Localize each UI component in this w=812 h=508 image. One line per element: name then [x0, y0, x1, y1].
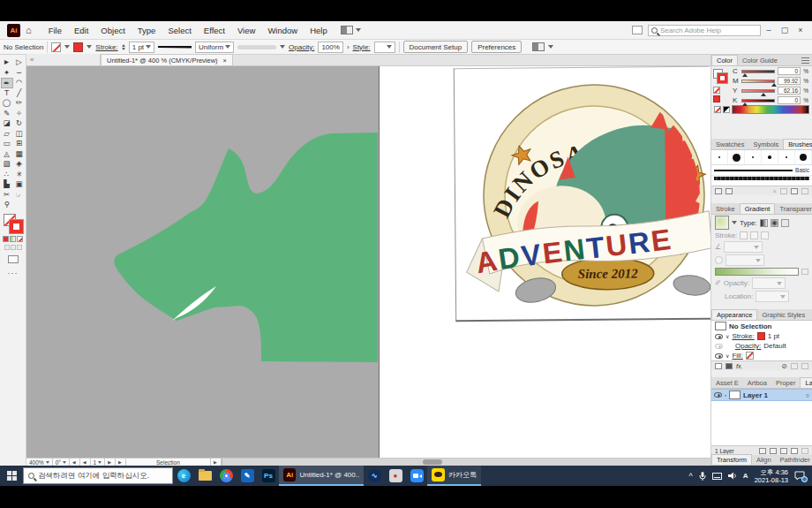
brush-item[interactable] [745, 150, 762, 164]
tab-transform[interactable]: Transform [711, 454, 752, 465]
opacity-more-icon[interactable]: › [347, 43, 350, 51]
artboard-caret-icon[interactable] [98, 461, 102, 464]
gradient-eyedropper-icon[interactable]: ✐ [715, 279, 721, 287]
zoom-caret-icon[interactable] [46, 461, 49, 464]
layer-name[interactable]: Layer 1 [743, 391, 768, 399]
gradient-opacity-field[interactable] [752, 277, 786, 289]
tab-stroke[interactable]: Stroke [711, 204, 740, 214]
hand-tool-icon[interactable]: ☞ [13, 190, 26, 201]
start-button[interactable] [0, 466, 23, 486]
appearance-stroke-swatch[interactable] [757, 332, 765, 340]
illustrator-taskbar-window[interactable]: Ai Untitled-1* @ 400... [279, 466, 364, 486]
fill-expand-icon[interactable]: ∨ [726, 353, 729, 359]
variable-width-caret-icon[interactable] [225, 45, 230, 49]
brush-item[interactable] [778, 150, 795, 164]
tab-color-guide[interactable]: Color Guide [738, 56, 782, 65]
magenta-slider-thumb[interactable] [771, 83, 777, 87]
blue-app-taskbar-icon[interactable]: ✎ [237, 466, 258, 486]
graph-tool-icon[interactable]: ▙ [1, 179, 13, 190]
selection-tool-icon[interactable]: ► [1, 57, 13, 68]
artboard-nav-next-icon[interactable]: ▶ [105, 459, 116, 466]
tab-asset-export[interactable]: Asset E [711, 378, 743, 388]
color-last-swatch-icon[interactable] [713, 95, 720, 102]
black-slider-thumb[interactable] [742, 102, 748, 106]
color-none-icon[interactable] [713, 87, 720, 94]
brush-options-icon[interactable] [780, 188, 787, 194]
arrange-documents-caret-icon[interactable] [356, 28, 361, 32]
layer-target-icon[interactable]: ○ [806, 392, 809, 398]
color-stroke-proxy-icon[interactable] [718, 73, 727, 83]
color-spectrum-bar[interactable] [732, 105, 809, 114]
fill-visibility-eye-icon[interactable] [715, 353, 723, 359]
draw-behind-icon[interactable] [11, 245, 16, 250]
microphone-tray-icon[interactable] [699, 472, 706, 481]
brush-definition-caret-icon[interactable] [280, 45, 285, 49]
new-brush-icon[interactable] [791, 188, 798, 194]
tab-appearance[interactable]: Appearance [711, 309, 757, 320]
perspective-grid-tool-icon[interactable]: ◬ [1, 149, 13, 160]
utility-app-taskbar-icon[interactable]: ● [385, 466, 406, 486]
horizontal-scroll-thumb[interactable] [423, 459, 442, 465]
taskbar-search-input[interactable]: 검색하려면 여기에 입력하십시오. [23, 467, 173, 484]
shape-builder-tool-icon[interactable]: ⊞ [13, 139, 26, 149]
stroke-caret-icon[interactable] [86, 45, 92, 49]
arrange-documents-icon[interactable] [341, 26, 353, 34]
document-tab[interactable]: Untitled-1* @ 400 % (CMYK/Preview) × [101, 54, 233, 65]
panel-collapse-icon[interactable]: « [26, 54, 101, 65]
rotation-select[interactable]: 0° [53, 459, 70, 466]
taskbar-clock[interactable]: 오후 4:36 2021-08-13 [755, 468, 788, 484]
aspect-ratio-field[interactable] [726, 254, 764, 266]
layer-visibility-eye-icon[interactable] [714, 392, 722, 398]
photoshop-taskbar-icon[interactable]: Ps [258, 466, 279, 486]
rotate-tool-icon[interactable]: ↻ [13, 118, 26, 129]
remove-brush-stroke-icon[interactable]: × [772, 187, 777, 195]
menu-edit[interactable]: Edit [68, 26, 94, 35]
linear-gradient-icon[interactable] [760, 219, 768, 227]
workspace-switcher-icon[interactable] [632, 26, 643, 34]
kakaotalk-taskbar-window[interactable]: 카카오톡 [427, 466, 481, 486]
type-tool-icon[interactable]: T [1, 88, 13, 99]
artboard-tool-icon[interactable]: ▣ [13, 179, 26, 190]
mesh-tool-icon[interactable]: ▦ [13, 149, 26, 160]
menu-help[interactable]: Help [304, 26, 334, 35]
screen-mode-icon[interactable] [8, 255, 19, 263]
action-center-icon[interactable] [794, 471, 805, 481]
zoom-tool-icon[interactable]: ⚲ [1, 200, 13, 210]
new-sublayer-icon[interactable] [780, 448, 787, 454]
restore-button[interactable]: ▢ [777, 26, 793, 34]
add-new-stroke-icon[interactable] [715, 363, 722, 369]
delete-layer-icon[interactable] [801, 448, 808, 454]
delete-brush-icon[interactable] [801, 188, 808, 194]
radial-gradient-icon[interactable] [771, 219, 778, 227]
adobe-help-search-input[interactable]: Search Adobe Help [648, 25, 761, 36]
magenta-slider[interactable] [741, 80, 775, 83]
spectrum-none-icon[interactable] [714, 106, 721, 113]
tab-transparency[interactable]: Transparency [775, 204, 812, 214]
align-options-caret-icon[interactable] [548, 45, 553, 49]
appearance-opacity-link[interactable]: Opacity: [735, 342, 761, 350]
black-slider[interactable] [741, 99, 775, 102]
stroke-proxy-red-icon[interactable] [10, 220, 23, 233]
menu-select[interactable]: Select [162, 26, 197, 35]
opacity-link[interactable]: Opacity: [289, 43, 314, 51]
delete-stop-icon[interactable] [801, 269, 808, 275]
magic-wand-tool-icon[interactable]: ✦ [1, 68, 13, 79]
direct-selection-tool-icon[interactable]: ▷ [13, 57, 26, 68]
stroke-weight-field[interactable]: 1 pt [129, 42, 154, 53]
tab-color[interactable]: Color [711, 55, 738, 65]
gradient-thumb-caret-icon[interactable] [732, 221, 737, 224]
gradient-thumbnail[interactable] [715, 216, 729, 230]
tab-pathfinder[interactable]: Pathfinder [776, 455, 812, 465]
menu-type[interactable]: Type [132, 26, 162, 35]
tab-artboards[interactable]: Artboa [743, 378, 771, 388]
tab-symbols[interactable]: Symbols [749, 140, 784, 149]
gradient-angle-field[interactable] [724, 241, 763, 253]
gradient-location-field[interactable] [756, 291, 789, 302]
style-caret-icon[interactable] [387, 45, 392, 49]
black-value-field[interactable]: 0 [778, 96, 801, 104]
illustrator-app-icon[interactable]: Ai [7, 24, 20, 37]
locate-object-icon[interactable] [770, 448, 777, 454]
style-select[interactable] [374, 42, 395, 53]
variable-width-select[interactable]: Uniform [195, 42, 234, 53]
clear-appearance-icon[interactable]: ⊘ [781, 362, 787, 370]
